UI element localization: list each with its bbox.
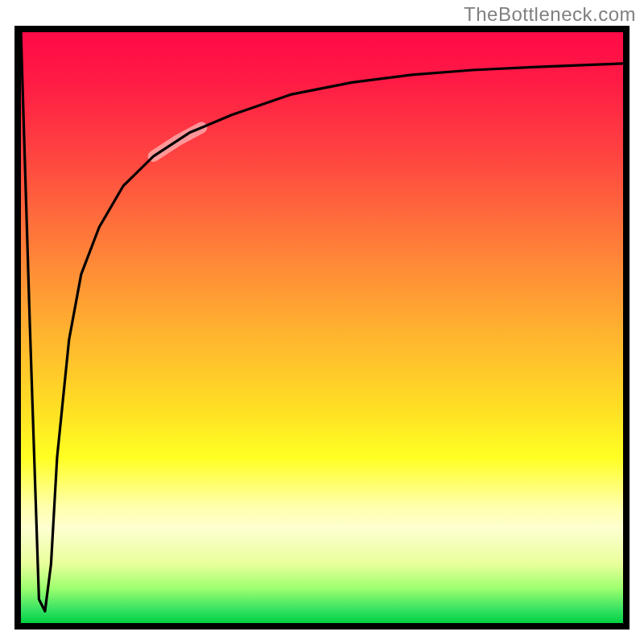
chart-container: TheBottleneck.com [0,0,644,644]
watermark-text: TheBottleneck.com [464,3,636,26]
curve-svg [21,32,623,623]
curve-path [21,32,623,611]
plot-area [14,26,630,630]
